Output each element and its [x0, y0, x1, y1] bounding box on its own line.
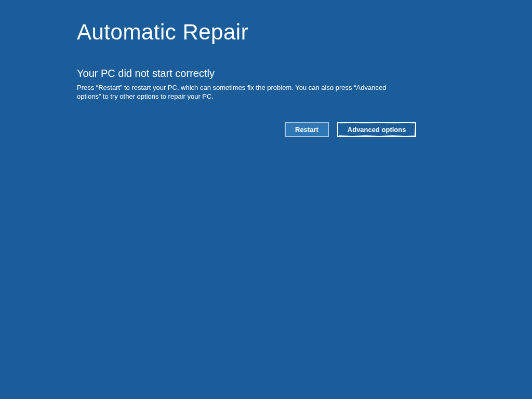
restart-button[interactable]: Restart: [285, 122, 329, 137]
recovery-screen: Automatic Repair Your PC did not start c…: [0, 0, 532, 137]
error-subtitle: Your PC did not start correctly: [77, 68, 475, 79]
advanced-options-button[interactable]: Advanced options: [337, 122, 417, 137]
button-row: Restart Advanced options: [285, 122, 475, 137]
page-title: Automatic Repair: [77, 20, 475, 45]
error-description: Press “Restart” to restart your PC, whic…: [77, 84, 389, 101]
